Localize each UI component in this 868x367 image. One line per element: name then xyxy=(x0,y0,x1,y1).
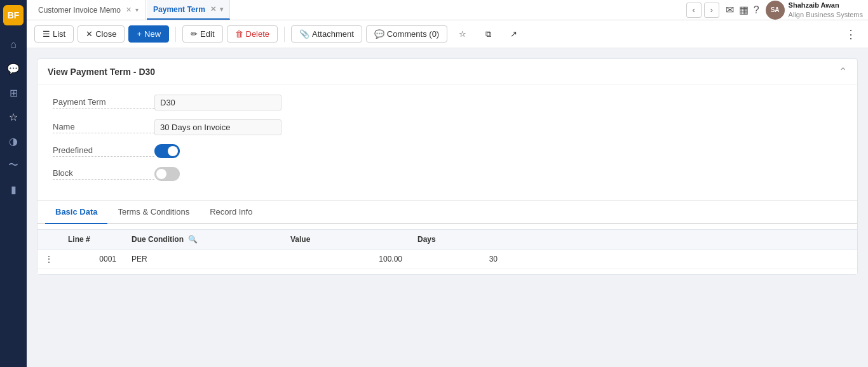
cell-line: 0001 xyxy=(60,250,124,269)
drag-col-header xyxy=(37,230,60,250)
block-toggle[interactable] xyxy=(154,167,180,181)
user-company: Align Business Systems xyxy=(789,10,863,19)
list-label: List xyxy=(53,29,65,39)
favorite-button[interactable]: ☆ xyxy=(451,26,474,42)
col-header-due-condition: Due Condition 🔍 xyxy=(124,230,283,250)
edit-icon: ✏ xyxy=(191,29,198,39)
cell-days: 30 xyxy=(410,250,505,269)
avatar: SA xyxy=(766,1,785,20)
avatar-initials: SA xyxy=(771,6,780,13)
share-button[interactable]: ↗ xyxy=(503,26,525,42)
cell-due-condition: PER xyxy=(124,250,283,269)
tab-payment-term-dropdown-arrow[interactable]: ▾ xyxy=(220,6,223,13)
trash-icon: 🗑 xyxy=(235,29,243,39)
tab-basic-data[interactable]: Basic Data xyxy=(45,201,107,224)
pulse-icon[interactable]: 〜 xyxy=(3,155,24,175)
edit-button[interactable]: ✏ Edit xyxy=(182,25,222,43)
name-row: Name xyxy=(53,119,842,135)
tab-terms-conditions[interactable]: Terms & Conditions xyxy=(107,201,200,224)
block-label: Block xyxy=(53,168,154,180)
edit-label: Edit xyxy=(200,29,214,39)
delete-label: Delete xyxy=(246,29,270,39)
bar-chart-icon[interactable]: ▮ xyxy=(3,179,24,199)
attachment-button[interactable]: 📎 Attachment xyxy=(291,25,362,43)
form-title: View Payment Term - D30 xyxy=(48,67,155,77)
close-customer-invoice-memo-tab[interactable]: ✕ xyxy=(126,6,132,14)
name-label: Name xyxy=(53,122,154,133)
tab-dropdown-arrow[interactable]: ▾ xyxy=(135,6,139,13)
predefined-toggle[interactable] xyxy=(154,144,180,158)
payment-term-input[interactable] xyxy=(154,95,281,110)
nav-prev-button[interactable]: ‹ xyxy=(686,3,702,18)
form-body: Payment Term Name Predefined xyxy=(37,84,857,200)
payment-term-label: Payment Term xyxy=(53,97,154,109)
sidebar: BF ⌂ 💬 ⊞ ☆ ◑ 〜 ▮ xyxy=(0,0,27,367)
table-section: Line # Due Condition 🔍 Value Days xyxy=(37,224,857,274)
payment-term-row: Payment Term xyxy=(53,95,842,110)
topbar: Customer Invoice Memo ✕ ▾ Payment Term ✕… xyxy=(27,0,868,20)
share-icon: ↗ xyxy=(510,29,517,39)
plus-icon: + xyxy=(137,29,142,39)
col-header-days: Days xyxy=(410,230,505,250)
app-logo[interactable]: BF xyxy=(3,5,24,25)
delete-button[interactable]: 🗑 Delete xyxy=(227,25,278,43)
cell-extra xyxy=(505,250,857,269)
apps-icon[interactable]: ⊞ xyxy=(3,83,24,103)
col-header-line: Line # xyxy=(60,230,124,250)
copy-button[interactable]: ⧉ xyxy=(478,26,499,43)
predefined-toggle-container xyxy=(154,144,180,158)
list-button[interactable]: ☰ List xyxy=(34,25,74,43)
grid-icon[interactable]: ▦ xyxy=(739,4,749,16)
data-table: Line # Due Condition 🔍 Value Days xyxy=(37,229,857,269)
close-payment-term-tab[interactable]: ✕ xyxy=(210,5,216,13)
star-outline-icon: ☆ xyxy=(459,29,466,39)
user-info[interactable]: SA Shahzaib Awan Align Business Systems xyxy=(766,1,863,20)
close-label: Close xyxy=(95,29,116,39)
predefined-label: Predefined xyxy=(53,145,154,157)
copy-icon: ⧉ xyxy=(485,29,491,39)
user-text: Shahzaib Awan Align Business Systems xyxy=(789,1,863,19)
list-icon: ☰ xyxy=(43,29,50,39)
close-icon: ✕ xyxy=(86,29,93,39)
close-button[interactable]: ✕ Close xyxy=(78,25,125,43)
star-icon[interactable]: ☆ xyxy=(3,107,24,127)
content-area: View Payment Term - D30 ⌃ Payment Term N… xyxy=(27,48,868,367)
tab-customer-invoice-memo-label: Customer Invoice Memo xyxy=(38,6,121,15)
drag-handle[interactable]: ⋮ xyxy=(37,250,60,269)
more-options-button[interactable]: ⋮ xyxy=(841,25,860,44)
predefined-slider xyxy=(154,144,180,158)
block-slider xyxy=(154,167,180,181)
block-row: Block xyxy=(53,167,842,181)
tab-record-info[interactable]: Record Info xyxy=(200,201,262,224)
user-name: Shahzaib Awan xyxy=(789,1,863,10)
tab-payment-term-label: Payment Term xyxy=(153,5,205,14)
home-icon[interactable]: ⌂ xyxy=(3,34,24,55)
form-card-header: View Payment Term - D30 ⌃ xyxy=(37,59,857,84)
attachment-icon: 📎 xyxy=(299,29,309,39)
col-header-value: Value xyxy=(283,230,410,250)
block-toggle-container xyxy=(154,167,180,181)
tabs-area: Customer Invoice Memo ✕ ▾ Payment Term ✕… xyxy=(32,0,230,20)
due-condition-search-icon[interactable]: 🔍 xyxy=(188,235,198,244)
name-input[interactable] xyxy=(154,119,281,135)
email-icon[interactable]: ✉ xyxy=(726,4,734,16)
separator-2 xyxy=(284,27,285,42)
tab-customer-invoice-memo[interactable]: Customer Invoice Memo ✕ ▾ xyxy=(32,0,146,20)
new-button[interactable]: + New xyxy=(128,25,169,43)
table-row[interactable]: ⋮ 0001 PER 100.00 30 xyxy=(37,250,857,269)
chat-icon[interactable]: 💬 xyxy=(3,58,24,79)
help-icon[interactable]: ? xyxy=(754,4,759,16)
comments-button[interactable]: 💬 Comments (0) xyxy=(366,25,447,43)
new-label: New xyxy=(144,29,161,39)
topbar-nav: ‹ › xyxy=(686,3,719,18)
form-card: View Payment Term - D30 ⌃ Payment Term N… xyxy=(37,58,858,275)
topbar-right-icons: ✉ ▦ ? xyxy=(726,4,759,16)
toolbar: ☰ List ✕ Close + New ✏ Edit 🗑 Delete 📎 A… xyxy=(27,20,868,48)
chart-icon[interactable]: ◑ xyxy=(3,131,24,151)
comment-icon: 💬 xyxy=(374,29,384,39)
collapse-button[interactable]: ⌃ xyxy=(839,65,847,77)
tab-payment-term[interactable]: Payment Term ✕ ▾ xyxy=(147,0,230,20)
nav-next-button[interactable]: › xyxy=(704,3,719,18)
predefined-row: Predefined xyxy=(53,144,842,158)
col-header-extra xyxy=(505,230,857,250)
